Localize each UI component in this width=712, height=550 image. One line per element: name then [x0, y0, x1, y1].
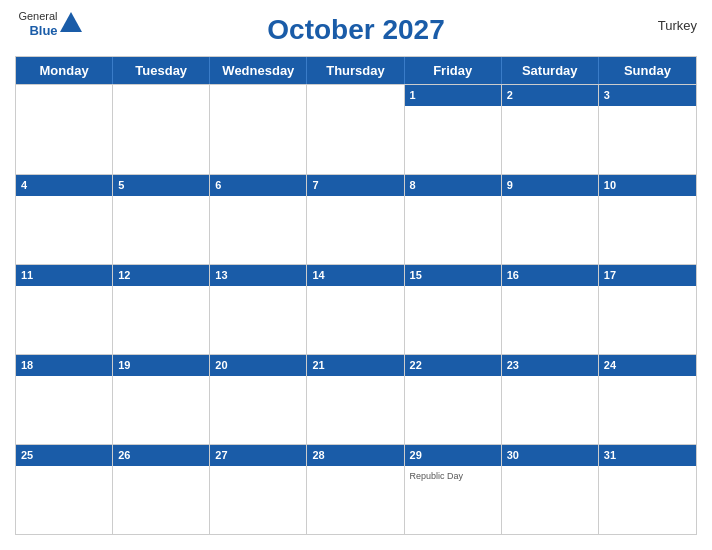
day-cell-w1-d4: [307, 85, 404, 174]
day-number-19: 19: [118, 358, 204, 373]
day-number-31: 31: [604, 448, 691, 463]
day-cell-w4-d6: 23: [502, 355, 599, 444]
day-number-24: 24: [604, 358, 691, 373]
day-number-21: 21: [312, 358, 398, 373]
day-cell-w3-d2: 12: [113, 265, 210, 354]
day-number-9: 9: [507, 178, 593, 193]
week-row-2: 45678910: [16, 174, 696, 264]
day-number-5: 5: [118, 178, 204, 193]
calendar-header: General Blue October 2027 Turkey: [15, 10, 697, 50]
day-cell-w4-d5: 22: [405, 355, 502, 444]
day-cell-w2-d5: 8: [405, 175, 502, 264]
day-number-3: 3: [604, 88, 691, 103]
day-number-7: 7: [312, 178, 398, 193]
day-cell-w2-d3: 6: [210, 175, 307, 264]
day-number-4: 4: [21, 178, 107, 193]
day-cell-w4-d4: 21: [307, 355, 404, 444]
logo-bird-icon: [60, 12, 82, 32]
day-header-tuesday: Tuesday: [113, 57, 210, 84]
country-label: Turkey: [658, 18, 697, 33]
day-header-monday: Monday: [16, 57, 113, 84]
day-cell-w4-d7: 24: [599, 355, 696, 444]
logo-general: General: [18, 10, 57, 23]
day-number-29: 29: [410, 448, 496, 463]
day-number-20: 20: [215, 358, 301, 373]
day-number-15: 15: [410, 268, 496, 283]
day-number-18: 18: [21, 358, 107, 373]
day-cell-w5-d3: 27: [210, 445, 307, 534]
day-number-10: 10: [604, 178, 691, 193]
day-headers: Monday Tuesday Wednesday Thursday Friday…: [16, 57, 696, 84]
day-number-6: 6: [215, 178, 301, 193]
day-cell-w1-d1: [16, 85, 113, 174]
day-cell-w1-d5: 1: [405, 85, 502, 174]
day-header-friday: Friday: [405, 57, 502, 84]
day-cell-w3-d1: 11: [16, 265, 113, 354]
day-number-11: 11: [21, 268, 107, 283]
day-number-12: 12: [118, 268, 204, 283]
calendar-container: General Blue October 2027 Turkey Monday …: [0, 0, 712, 550]
logo-blue: Blue: [29, 23, 57, 39]
day-cell-w4-d1: 18: [16, 355, 113, 444]
day-number-13: 13: [215, 268, 301, 283]
day-cell-w3-d7: 17: [599, 265, 696, 354]
day-cell-w5-d7: 31: [599, 445, 696, 534]
day-number-28: 28: [312, 448, 398, 463]
day-cell-w1-d7: 3: [599, 85, 696, 174]
week-row-5: 2526272829Republic Day3031: [16, 444, 696, 534]
day-cell-w5-d5: 29Republic Day: [405, 445, 502, 534]
day-cell-w2-d4: 7: [307, 175, 404, 264]
day-cell-w4-d2: 19: [113, 355, 210, 444]
svg-marker-0: [60, 12, 82, 32]
logo-area: General Blue: [15, 10, 85, 39]
day-number-1: 1: [410, 88, 496, 103]
day-number-17: 17: [604, 268, 691, 283]
day-cell-w2-d6: 9: [502, 175, 599, 264]
day-cell-w1-d3: [210, 85, 307, 174]
day-cell-w5-d6: 30: [502, 445, 599, 534]
week-row-1: 123: [16, 84, 696, 174]
day-cell-w5-d1: 25: [16, 445, 113, 534]
day-cell-w2-d1: 4: [16, 175, 113, 264]
day-number-8: 8: [410, 178, 496, 193]
day-number-25: 25: [21, 448, 107, 463]
day-cell-w3-d3: 13: [210, 265, 307, 354]
day-cell-w2-d7: 10: [599, 175, 696, 264]
day-number-23: 23: [507, 358, 593, 373]
day-number-16: 16: [507, 268, 593, 283]
day-cell-w5-d2: 26: [113, 445, 210, 534]
day-number-27: 27: [215, 448, 301, 463]
day-cell-w3-d5: 15: [405, 265, 502, 354]
day-cell-w1-d2: [113, 85, 210, 174]
day-cell-w3-d6: 16: [502, 265, 599, 354]
day-header-saturday: Saturday: [502, 57, 599, 84]
calendar-title: October 2027: [267, 14, 444, 46]
day-cell-w1-d6: 2: [502, 85, 599, 174]
week-row-3: 11121314151617: [16, 264, 696, 354]
weeks-container: 1234567891011121314151617181920212223242…: [16, 84, 696, 534]
day-cell-w3-d4: 14: [307, 265, 404, 354]
day-cell-w2-d2: 5: [113, 175, 210, 264]
day-number-26: 26: [118, 448, 204, 463]
day-number-22: 22: [410, 358, 496, 373]
holiday-label-29: Republic Day: [405, 468, 501, 484]
day-number-14: 14: [312, 268, 398, 283]
day-header-wednesday: Wednesday: [210, 57, 307, 84]
day-cell-w4-d3: 20: [210, 355, 307, 444]
day-cell-w5-d4: 28: [307, 445, 404, 534]
day-header-sunday: Sunday: [599, 57, 696, 84]
calendar-grid: Monday Tuesday Wednesday Thursday Friday…: [15, 56, 697, 535]
day-number-30: 30: [507, 448, 593, 463]
week-row-4: 18192021222324: [16, 354, 696, 444]
day-header-thursday: Thursday: [307, 57, 404, 84]
day-number-2: 2: [507, 88, 593, 103]
